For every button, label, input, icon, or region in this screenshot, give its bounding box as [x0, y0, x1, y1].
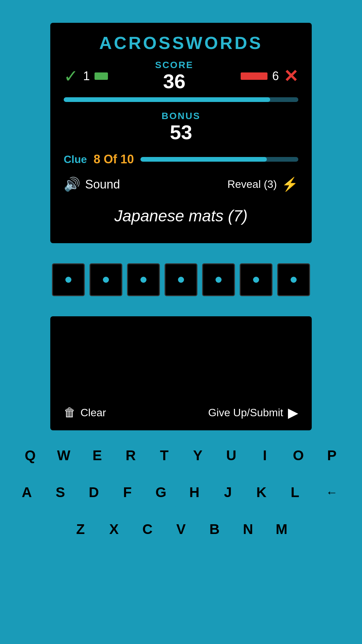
score-progress-fill — [64, 97, 270, 102]
letter-box-7[interactable] — [277, 263, 310, 296]
clue-label: Clue — [64, 153, 87, 166]
sound-label: Sound — [85, 177, 120, 192]
key-E[interactable]: E — [82, 440, 112, 471]
letter-box-4[interactable] — [165, 263, 197, 296]
close-button[interactable]: ✕ — [284, 67, 298, 85]
keyboard-row-2: A S D F G H J K L ← — [12, 477, 350, 507]
key-A[interactable]: A — [12, 477, 42, 507]
letter-dot-7 — [291, 277, 297, 283]
score-value: 36 — [155, 70, 194, 93]
clue-text: Japanese mats (7) — [64, 206, 298, 226]
letter-box-5[interactable] — [202, 263, 235, 296]
letter-box-1[interactable] — [52, 263, 85, 296]
key-L[interactable]: L — [280, 477, 310, 507]
score-section: SCORE 36 — [155, 60, 194, 93]
clue-progress-fill — [140, 157, 266, 162]
letter-dot-4 — [178, 277, 184, 283]
lives-bar — [241, 72, 267, 80]
letter-box-6[interactable] — [240, 263, 273, 296]
submit-button[interactable]: Give Up/Submit ▶ — [208, 405, 298, 420]
game-panel: ACROSSWORDS ✓ 1 SCORE 36 6 ✕ BONUS 53 Cl… — [50, 23, 312, 243]
drawing-area — [64, 326, 298, 398]
key-W[interactable]: W — [49, 440, 79, 471]
letter-dot-1 — [65, 277, 71, 283]
key-T[interactable]: T — [149, 440, 179, 471]
letter-dot-3 — [140, 277, 146, 283]
submit-label: Give Up/Submit — [208, 407, 283, 419]
key-F[interactable]: F — [112, 477, 142, 507]
key-R[interactable]: R — [116, 440, 146, 471]
bonus-label: BONUS — [64, 111, 298, 121]
clear-label: Clear — [80, 407, 106, 419]
key-D[interactable]: D — [79, 477, 109, 507]
letter-dot-2 — [103, 277, 109, 283]
key-B[interactable]: B — [199, 514, 230, 544]
key-O[interactable]: O — [283, 440, 313, 471]
bolt-icon: ⚡ — [282, 176, 298, 192]
input-actions-row: 🗑 Clear Give Up/Submit ▶ — [64, 405, 298, 420]
letter-dot-5 — [216, 277, 222, 283]
clear-button[interactable]: 🗑 Clear — [64, 406, 106, 420]
key-U[interactable]: U — [216, 440, 246, 471]
input-panel: 🗑 Clear Give Up/Submit ▶ — [50, 316, 312, 430]
reveal-button[interactable]: Reveal (3) ⚡ — [227, 176, 298, 192]
key-N[interactable]: N — [233, 514, 263, 544]
key-X[interactable]: X — [99, 514, 129, 544]
sound-reveal-row: 🔊 Sound Reveal (3) ⚡ — [64, 176, 298, 192]
bonus-section: BONUS 53 — [64, 111, 298, 144]
score-label: SCORE — [155, 60, 194, 70]
score-row: ✓ 1 SCORE 36 6 ✕ — [64, 60, 298, 93]
key-P[interactable]: P — [317, 440, 347, 471]
key-I[interactable]: I — [250, 440, 280, 471]
reveal-label: Reveal (3) — [227, 178, 277, 191]
key-M[interactable]: M — [266, 514, 297, 544]
key-G[interactable]: G — [146, 477, 176, 507]
key-H[interactable]: H — [179, 477, 209, 507]
key-backspace[interactable]: ← — [313, 477, 350, 507]
lives-count: 6 — [272, 69, 279, 83]
checkmark-icon: ✓ — [64, 67, 78, 85]
letter-box-3[interactable] — [127, 263, 160, 296]
trash-icon: 🗑 — [64, 406, 76, 420]
bonus-value: 53 — [64, 121, 298, 144]
streak-count: 1 — [83, 69, 90, 83]
right-status: 6 ✕ — [241, 67, 298, 85]
letter-boxes-row — [52, 263, 310, 296]
key-J[interactable]: J — [213, 477, 243, 507]
score-progress-bar — [64, 97, 298, 102]
key-S[interactable]: S — [45, 477, 75, 507]
key-Y[interactable]: Y — [183, 440, 213, 471]
key-K[interactable]: K — [246, 477, 277, 507]
key-Z[interactable]: Z — [65, 514, 96, 544]
streak-bar — [95, 72, 108, 80]
letter-box-2[interactable] — [89, 263, 122, 296]
keyboard-row-1: Q W E R T Y U I O P — [15, 440, 347, 471]
clue-row: Clue 8 Of 10 — [64, 152, 298, 166]
clue-progress-text: 8 Of 10 — [94, 152, 134, 166]
key-C[interactable]: C — [132, 514, 163, 544]
letter-dot-6 — [253, 277, 259, 283]
sound-icon: 🔊 — [64, 176, 80, 192]
keyboard: Q W E R T Y U I O P A S D F G H J K L ← … — [0, 440, 362, 544]
clue-progress-bar — [140, 157, 298, 162]
left-status: ✓ 1 — [64, 67, 108, 85]
key-Q[interactable]: Q — [15, 440, 45, 471]
keyboard-row-3: Z X C V B N M — [65, 514, 297, 544]
key-V[interactable]: V — [166, 514, 196, 544]
arrow-icon: ▶ — [288, 405, 298, 420]
app-title: ACROSSWORDS — [64, 33, 298, 53]
sound-button[interactable]: 🔊 Sound — [64, 176, 120, 192]
